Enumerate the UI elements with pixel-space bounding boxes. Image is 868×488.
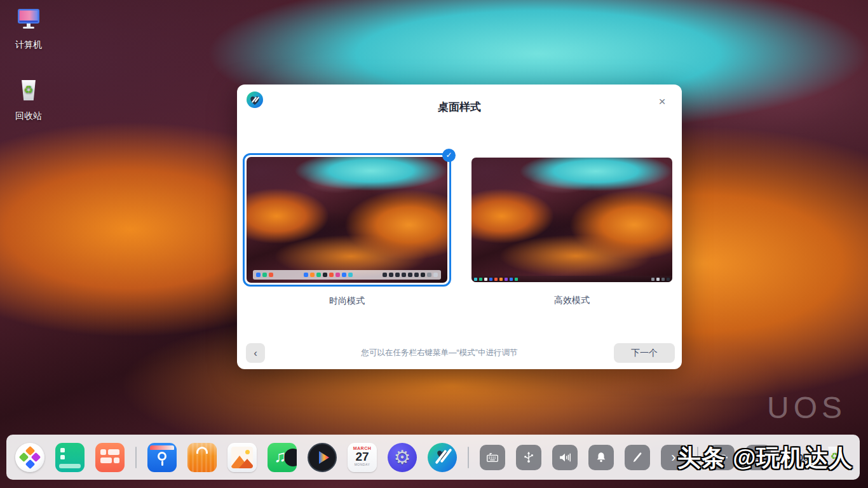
app-store-icon[interactable] <box>187 443 217 472</box>
photos-icon[interactable] <box>227 443 257 472</box>
back-button[interactable]: ‹ <box>246 343 265 363</box>
dialog-tip-text: 您可以在任务栏右键菜单—“模式”中进行调节 <box>265 348 614 358</box>
option-fashion-mode[interactable]: ✓ 时尚模式 <box>243 153 451 307</box>
option-label: 时尚模式 <box>243 295 451 307</box>
volume-tray-icon[interactable] <box>552 445 578 470</box>
desktop-icon-label: 回收站 <box>0 111 57 122</box>
dock-separator <box>468 447 469 468</box>
uos-watermark: UOS <box>767 390 846 425</box>
mode-options: ✓ 时尚模式 高效模式 <box>237 153 682 307</box>
fashion-mini-dock <box>253 270 441 280</box>
efficient-mode-thumbnail <box>471 158 672 282</box>
music-icon[interactable]: ♫ <box>268 443 297 472</box>
multitasking-view-icon[interactable] <box>55 443 85 472</box>
desktop-icon-computer[interactable]: 计算机 <box>0 5 57 51</box>
computer-icon <box>15 5 43 33</box>
control-center-icon[interactable]: ⚙ <box>388 443 417 472</box>
notification-bell-icon[interactable] <box>588 445 614 470</box>
launcher-icon[interactable] <box>15 443 44 472</box>
usb-tray-icon[interactable] <box>516 445 541 470</box>
screen-annotate-pen-icon[interactable] <box>625 445 650 470</box>
calendar-icon[interactable]: MARCH 27 MONDAY <box>348 443 377 472</box>
desktop-icon-recycle-bin[interactable]: ♻ 回收站 <box>0 76 57 122</box>
close-icon[interactable]: × <box>654 93 670 110</box>
fashion-mode-thumbnail <box>247 157 447 283</box>
channel-watermark: 头条 @玩机达人 <box>677 442 853 474</box>
desktop-style-dialog: 桌面样式 × ✓ 时尚模式 <box>237 85 682 369</box>
next-button[interactable]: 下一个 <box>614 343 675 363</box>
recycle-bin-icon: ♻ <box>15 76 43 104</box>
file-manager-icon[interactable] <box>147 443 177 472</box>
desktop-icon-label: 计算机 <box>0 39 57 51</box>
movie-player-icon[interactable] <box>308 443 337 472</box>
option-efficient-mode[interactable]: 高效模式 <box>468 154 676 306</box>
dialog-title: 桌面样式 <box>237 100 682 114</box>
desktop-layout-icon[interactable] <box>95 443 125 472</box>
welcome-app-icon[interactable]: ♥ <box>428 443 457 472</box>
option-label: 高效模式 <box>468 295 676 306</box>
dock-separator <box>135 447 137 468</box>
selected-check-icon: ✓ <box>442 149 456 162</box>
efficient-mini-taskbar <box>471 276 672 282</box>
dialog-footer: ‹ 您可以在任务栏右键菜单—“模式”中进行调节 下一个 <box>246 343 675 363</box>
keyboard-tray-icon[interactable] <box>480 445 505 470</box>
